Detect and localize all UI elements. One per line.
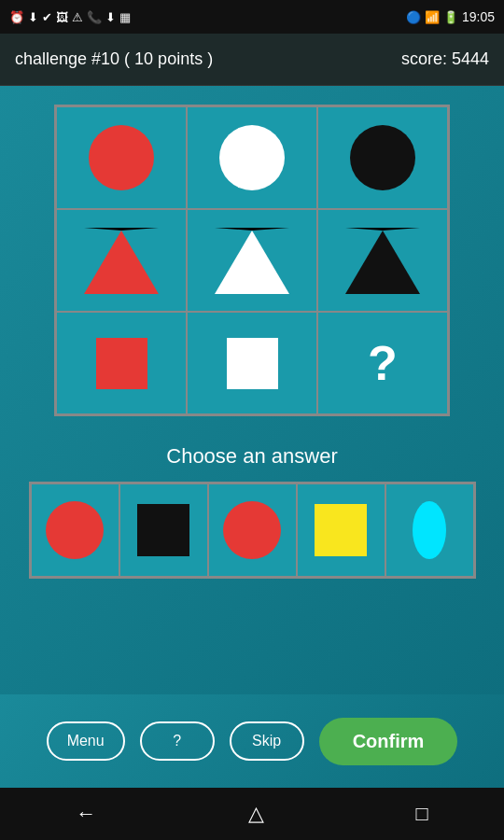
black-circle-top [350, 125, 415, 190]
answer-cyan-oval [413, 501, 446, 559]
download2-icon: ⬇ [105, 10, 116, 24]
grid-cell-5 [317, 209, 448, 312]
black-triangle [345, 228, 420, 294]
menu-button[interactable]: Menu [47, 721, 125, 761]
white-triangle [215, 228, 289, 294]
header: challenge #10 ( 10 points ) score: 5444 [0, 34, 504, 86]
wifi-icon: 📶 [425, 10, 440, 24]
warning-icon: ⚠ [72, 10, 83, 24]
answer-choices [29, 482, 476, 579]
choose-answer-label: Choose an answer [166, 444, 337, 469]
grid-cell-8: ? [317, 312, 448, 414]
answer-red-circle-2 [223, 501, 281, 559]
answer-yellow-square [315, 504, 367, 556]
score-label: score: 5444 [401, 49, 489, 69]
back-icon[interactable]: ← [76, 802, 96, 826]
answer-option-4[interactable] [385, 483, 474, 577]
download-icon: ⬇ [28, 10, 38, 24]
answer-red-circle-1 [46, 501, 104, 559]
answer-option-3[interactable] [297, 483, 385, 577]
answer-option-0[interactable] [31, 483, 119, 577]
status-bar: ⏰ ⬇ ✔ 🖼 ⚠ 📞 ⬇ ▦ 🔵 📶 🔋 19:05 [0, 0, 504, 34]
bars-icon: ▦ [119, 10, 131, 24]
status-icons-right: 🔵 📶 🔋 19:05 [406, 9, 495, 24]
main-content: ? Choose an answer [0, 86, 504, 694]
home-icon[interactable]: △ [248, 802, 264, 826]
grid-cell-6 [56, 312, 187, 414]
time-display: 19:05 [462, 9, 495, 24]
status-icons-left: ⏰ ⬇ ✔ 🖼 ⚠ 📞 ⬇ ▦ [9, 10, 131, 24]
recents-icon[interactable]: □ [415, 802, 427, 826]
phone-icon: 📞 [87, 10, 102, 24]
check-icon: ✔ [42, 10, 52, 24]
question-mark: ? [368, 335, 398, 391]
red-circle-top [89, 125, 154, 190]
white-square [227, 338, 278, 389]
button-area: Menu ? Skip Confirm [0, 694, 504, 788]
navigation-bar: ← △ □ [0, 788, 504, 840]
answer-black-square [137, 504, 189, 556]
confirm-button[interactable]: Confirm [319, 718, 458, 765]
battery-icon: 🔋 [443, 10, 458, 24]
alarm-icon: ⏰ [9, 10, 24, 24]
red-triangle [84, 228, 159, 294]
grid-cell-0 [56, 106, 187, 209]
challenge-label: challenge #10 ( 10 points ) [15, 49, 213, 69]
red-square [96, 338, 147, 389]
help-button[interactable]: ? [140, 721, 215, 761]
bluetooth-icon: 🔵 [406, 10, 421, 24]
answer-option-2[interactable] [208, 483, 297, 577]
grid-cell-2 [317, 106, 448, 209]
grid-cell-1 [187, 106, 317, 209]
puzzle-grid: ? [54, 105, 450, 416]
answer-option-1[interactable] [119, 483, 208, 577]
skip-button[interactable]: Skip [230, 721, 304, 761]
white-circle-top [219, 125, 285, 190]
grid-cell-4 [187, 209, 317, 312]
image-icon: 🖼 [56, 10, 68, 24]
grid-cell-3 [56, 209, 187, 312]
grid-cell-7 [187, 312, 317, 414]
